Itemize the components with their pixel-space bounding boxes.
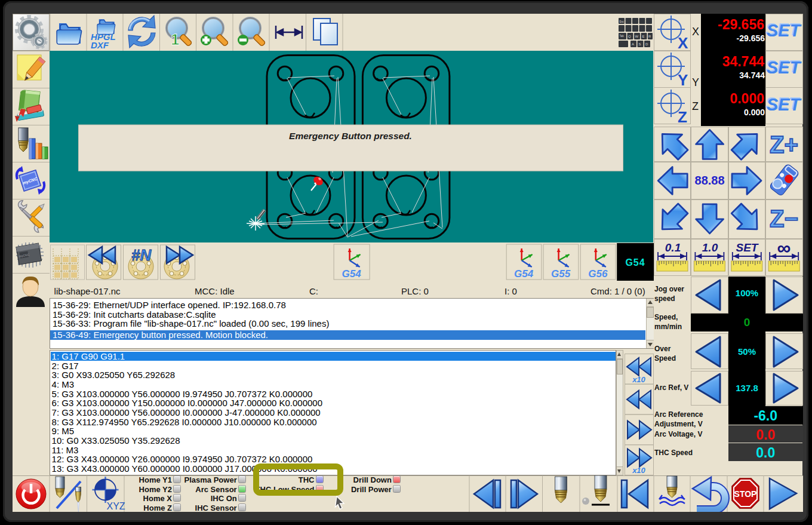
svg-text:E: E: [642, 35, 645, 38]
svg-text:Z−: Z−: [770, 205, 798, 232]
svg-text:XYZ: XYZ: [107, 501, 125, 511]
svg-text:A: A: [632, 42, 634, 46]
svg-text:Emergency Button pressed.: Emergency Button pressed.: [289, 131, 412, 141]
svg-text:STOP: STOP: [734, 489, 757, 499]
svg-text:G56: G56: [588, 268, 608, 280]
svg-text:Z: Z: [678, 108, 687, 124]
svg-text:DXF: DXF: [91, 40, 109, 50]
svg-text:S: S: [639, 42, 641, 46]
svg-text:Y: Y: [678, 71, 688, 89]
svg-text:x10: x10: [632, 466, 645, 475]
svg-text:D: D: [645, 42, 648, 46]
svg-text:Tab: Tab: [620, 35, 625, 38]
svg-text:Esc: Esc: [620, 20, 625, 23]
svg-text:1.0: 1.0: [702, 241, 718, 254]
svg-text:W: W: [635, 35, 639, 38]
svg-text:G54: G54: [342, 268, 362, 280]
svg-text:G55: G55: [551, 268, 571, 280]
svg-text:88.88: 88.88: [695, 174, 725, 187]
svg-text:G54: G54: [514, 268, 534, 280]
svg-text:X: X: [678, 34, 688, 52]
svg-text:G54: G54: [625, 257, 645, 268]
svg-text:#N: #N: [131, 246, 152, 264]
svg-text:1: 1: [171, 30, 179, 48]
svg-text:R: R: [648, 35, 651, 38]
svg-text:Q: Q: [628, 35, 631, 38]
svg-text:∞: ∞: [777, 239, 791, 259]
svg-text:SET: SET: [736, 241, 759, 254]
svg-text:x10: x10: [632, 375, 645, 384]
svg-text:0.1: 0.1: [665, 241, 681, 254]
svg-text:Z+: Z+: [770, 131, 798, 158]
